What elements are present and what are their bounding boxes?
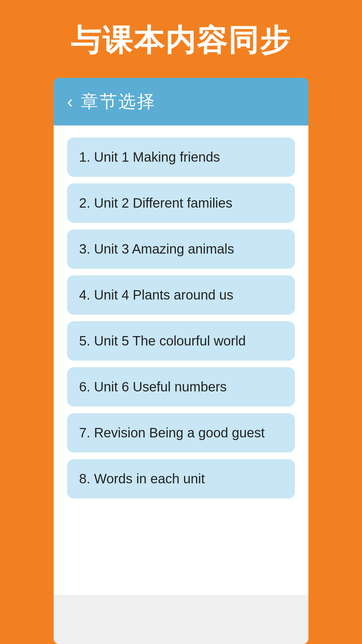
list-item[interactable]: 5. Unit 5 The colourful world bbox=[67, 321, 295, 361]
list-item-label: 7. Revision Being a good guest bbox=[79, 425, 265, 440]
list-item[interactable]: 6. Unit 6 Useful numbers bbox=[67, 367, 295, 407]
list-item-label: 6. Unit 6 Useful numbers bbox=[79, 379, 227, 394]
list-item[interactable]: 1. Unit 1 Making friends bbox=[67, 138, 295, 177]
list-item-label: 8. Words in each unit bbox=[79, 471, 205, 486]
list-item-label: 5. Unit 5 The colourful world bbox=[79, 333, 246, 348]
page-title: 与课本内容同步 bbox=[13, 20, 349, 61]
list-item-label: 2. Unit 2 Different families bbox=[79, 196, 232, 210]
chapter-card: ‹ 章节选择 1. Unit 1 Making friends2. Unit 2… bbox=[54, 78, 308, 644]
list-item-label: 4. Unit 4 Plants around us bbox=[79, 287, 233, 302]
back-button[interactable]: ‹ bbox=[67, 93, 73, 110]
list-item[interactable]: 2. Unit 2 Different families bbox=[67, 183, 295, 223]
list-item[interactable]: 7. Revision Being a good guest bbox=[67, 413, 295, 452]
page-header: 与课本内容同步 bbox=[0, 0, 362, 78]
list-item[interactable]: 3. Unit 3 Amazing animals bbox=[67, 229, 295, 269]
list-item-label: 3. Unit 3 Amazing animals bbox=[79, 241, 234, 256]
list-item[interactable]: 8. Words in each unit bbox=[67, 459, 295, 498]
card-header: ‹ 章节选择 bbox=[54, 78, 308, 125]
list-item[interactable]: 4. Unit 4 Plants around us bbox=[67, 275, 295, 315]
card-title: 章节选择 bbox=[81, 90, 156, 113]
chapter-list: 1. Unit 1 Making friends2. Unit 2 Differ… bbox=[54, 125, 308, 595]
list-item-label: 1. Unit 1 Making friends bbox=[79, 150, 220, 164]
